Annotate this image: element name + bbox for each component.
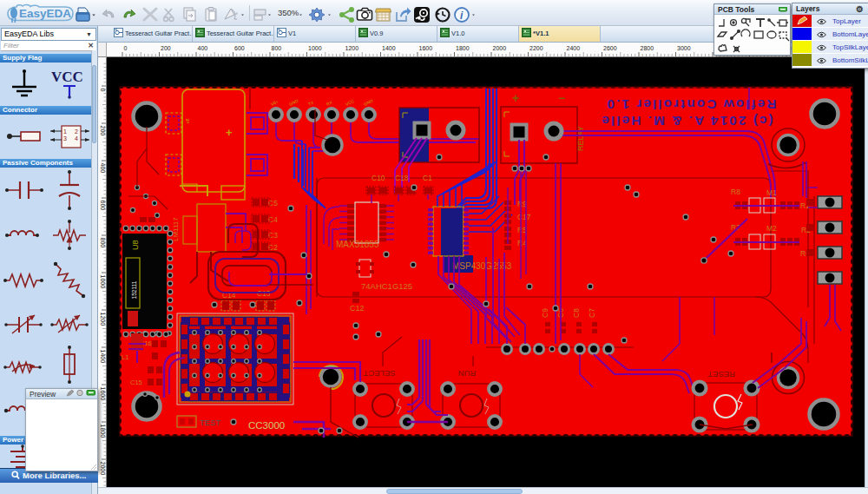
svg-text:2: 2	[75, 128, 78, 135]
svg-text:1800: 1800	[456, 45, 470, 51]
svg-text:MAX31855: MAX31855	[336, 240, 379, 249]
svg-text:RELAY: RELAY	[576, 126, 585, 151]
svg-text:200: 200	[161, 45, 171, 51]
svg-text:1800: 1800	[100, 425, 106, 438]
svg-text:C3: C3	[268, 231, 278, 240]
svg-text:C7: C7	[588, 308, 596, 318]
svg-text:3000: 3000	[677, 45, 691, 51]
svg-text:+: +	[226, 126, 233, 139]
svg-text:74AHC1G125: 74AHC1G125	[361, 281, 412, 291]
svg-text:1400: 1400	[100, 350, 106, 364]
svg-text:C10: C10	[372, 174, 385, 182]
svg-text:C15: C15	[130, 379, 142, 386]
svg-text:1600: 1600	[419, 45, 433, 51]
svg-text:2800: 2800	[641, 45, 654, 51]
svg-text:2000: 2000	[100, 462, 106, 476]
svg-text:C1: C1	[423, 174, 432, 182]
svg-text:(c) 2014 A. & M. Helle: (c) 2014 A. & M. Helle	[600, 114, 773, 128]
svg-text:1200: 1200	[100, 313, 106, 326]
svg-text:1400: 1400	[382, 45, 396, 51]
svg-text:RESET: RESET	[707, 370, 735, 379]
svg-text:M1: M1	[766, 188, 777, 197]
svg-text:600: 600	[234, 45, 245, 51]
svg-text:1600: 1600	[100, 387, 106, 401]
svg-text:1200: 1200	[345, 45, 359, 51]
svg-text:VCC: VCC	[51, 69, 83, 85]
svg-text:TEST: TEST	[200, 418, 220, 427]
svg-text:C5: C5	[268, 199, 278, 207]
svg-text:−: −	[558, 91, 565, 105]
svg-text:C18: C18	[395, 174, 409, 182]
svg-text:1000: 1000	[100, 275, 106, 289]
svg-text:2600: 2600	[603, 45, 617, 51]
svg-text:R8: R8	[731, 188, 740, 196]
svg-text:SELECT: SELECT	[363, 369, 395, 379]
svg-text:MSP430G2553: MSP430G2553	[452, 261, 512, 271]
svg-text:3: 3	[63, 135, 67, 142]
svg-text:C12: C12	[350, 304, 365, 313]
svg-text:800: 800	[272, 45, 282, 51]
svg-text:Reflow Controller 1.0: Reflow Controller 1.0	[605, 97, 776, 112]
svg-text:2200: 2200	[529, 45, 543, 51]
svg-text:0: 0	[124, 45, 128, 51]
svg-text:C9: C9	[541, 308, 549, 318]
svg-text:152111: 152111	[131, 280, 137, 299]
svg-text:1: 1	[63, 128, 67, 135]
svg-text:M2: M2	[766, 224, 777, 233]
svg-text:EasyEDA: EasyEDA	[19, 7, 71, 20]
svg-text:4: 4	[75, 135, 78, 142]
svg-text:L1: L1	[122, 353, 128, 361]
svg-text:C4: C4	[268, 215, 278, 224]
svg-text:U8: U8	[131, 240, 140, 250]
svg-text:C17: C17	[517, 213, 531, 221]
svg-text:LM1117: LM1117	[172, 217, 180, 241]
svg-text:+: +	[512, 91, 519, 105]
svg-text:e8: e8	[185, 118, 190, 123]
svg-text:2400: 2400	[567, 45, 581, 51]
svg-text:CC3000: CC3000	[248, 420, 285, 431]
svg-text:1000: 1000	[308, 45, 322, 51]
svg-text:2000: 2000	[493, 45, 507, 51]
svg-text:400: 400	[198, 45, 208, 51]
svg-text:RUN: RUN	[458, 369, 477, 379]
svg-text:C2: C2	[268, 243, 278, 252]
svg-text:C8: C8	[572, 308, 581, 318]
